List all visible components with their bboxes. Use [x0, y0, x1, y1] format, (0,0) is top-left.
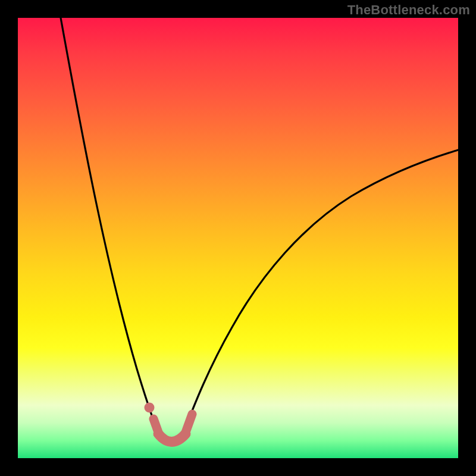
marker-right-stub	[184, 414, 192, 436]
curve-layer	[18, 18, 458, 458]
curve-right-branch	[186, 150, 458, 427]
curve-left-branch	[61, 18, 156, 427]
chart-frame: TheBottleneck.com	[0, 0, 476, 476]
marker-left-stub	[154, 419, 159, 436]
plot-area	[18, 18, 458, 458]
marker-dot	[145, 403, 155, 413]
watermark-text: TheBottleneck.com	[347, 2, 470, 18]
